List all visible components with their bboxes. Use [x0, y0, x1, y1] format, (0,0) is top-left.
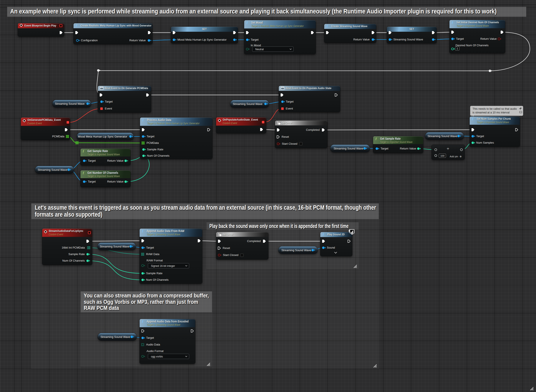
svg-text:1: 1	[218, 233, 219, 235]
svg-text:1: 1	[277, 121, 278, 123]
